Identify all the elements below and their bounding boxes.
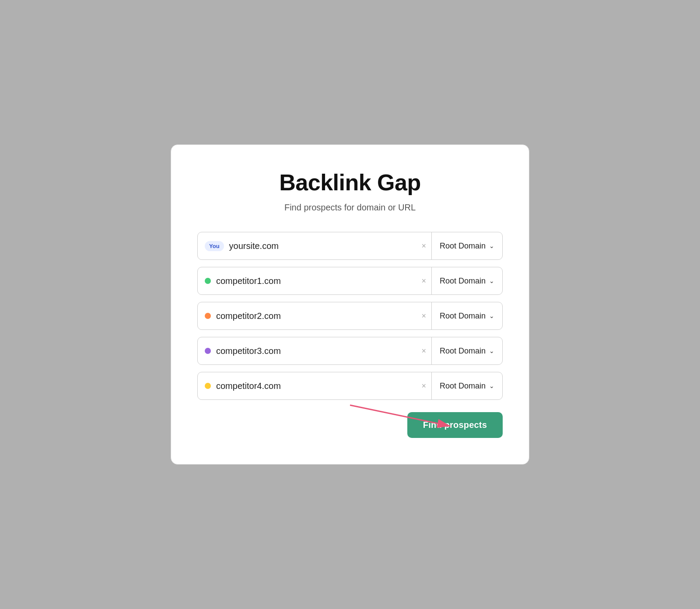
- input-row-competitor3: competitor3.com × Root Domain ⌄: [197, 337, 503, 365]
- chevron-down-icon-competitor1: ⌄: [489, 277, 494, 284]
- input-row-competitor4: competitor4.com × Root Domain ⌄: [197, 372, 503, 400]
- input-left-competitor4: competitor4.com: [198, 381, 416, 391]
- main-card: Backlink Gap Find prospects for domain o…: [171, 144, 529, 465]
- chevron-down-icon-competitor2: ⌄: [489, 312, 494, 319]
- find-prospects-button[interactable]: Find prospects: [407, 412, 503, 438]
- dropdown-you[interactable]: Root Domain ⌄: [432, 242, 502, 251]
- page-subtitle: Find prospects for domain or URL: [197, 203, 503, 213]
- clear-button-competitor3[interactable]: ×: [416, 347, 431, 355]
- dot-icon-competitor1: [205, 278, 211, 284]
- clear-button-competitor1[interactable]: ×: [416, 277, 431, 285]
- dot-icon-competitor4: [205, 383, 211, 389]
- dropdown-label-competitor3: Root Domain: [440, 346, 486, 356]
- clear-button-competitor4[interactable]: ×: [416, 382, 431, 390]
- input-left-competitor2: competitor2.com: [198, 311, 416, 321]
- dot-icon-competitor2: [205, 313, 211, 319]
- chevron-down-icon-competitor4: ⌄: [489, 382, 494, 389]
- dropdown-competitor2[interactable]: Root Domain ⌄: [432, 312, 502, 321]
- input-left-competitor1: competitor1.com: [198, 276, 416, 286]
- clear-button-you[interactable]: ×: [416, 242, 431, 250]
- dropdown-label-you: Root Domain: [440, 242, 486, 251]
- domain-text-competitor1: competitor1.com: [216, 276, 409, 286]
- input-row-competitor2: competitor2.com × Root Domain ⌄: [197, 302, 503, 330]
- dropdown-label-competitor4: Root Domain: [440, 382, 486, 391]
- dot-icon-competitor3: [205, 348, 211, 354]
- input-row-you: You yoursite.com × Root Domain ⌄: [197, 232, 503, 260]
- you-badge: You: [205, 241, 224, 251]
- chevron-down-icon-you: ⌄: [489, 242, 494, 249]
- bottom-row: Find prospects: [197, 412, 503, 438]
- input-row-competitor1: competitor1.com × Root Domain ⌄: [197, 267, 503, 295]
- input-left-competitor3: competitor3.com: [198, 346, 416, 356]
- domain-text-competitor3: competitor3.com: [216, 346, 409, 356]
- clear-button-competitor2[interactable]: ×: [416, 312, 431, 320]
- domain-text-competitor4: competitor4.com: [216, 381, 409, 391]
- domain-text-competitor2: competitor2.com: [216, 311, 409, 321]
- dropdown-competitor3[interactable]: Root Domain ⌄: [432, 346, 502, 356]
- dropdown-competitor1[interactable]: Root Domain ⌄: [432, 276, 502, 286]
- dropdown-competitor4[interactable]: Root Domain ⌄: [432, 382, 502, 391]
- domain-text-you: yoursite.com: [229, 241, 410, 251]
- rows-container: You yoursite.com × Root Domain ⌄ competi…: [197, 232, 503, 400]
- dropdown-label-competitor1: Root Domain: [440, 276, 486, 286]
- page-title: Backlink Gap: [197, 169, 503, 196]
- dropdown-label-competitor2: Root Domain: [440, 312, 486, 321]
- chevron-down-icon-competitor3: ⌄: [489, 347, 494, 354]
- input-left-you: You yoursite.com: [198, 241, 416, 251]
